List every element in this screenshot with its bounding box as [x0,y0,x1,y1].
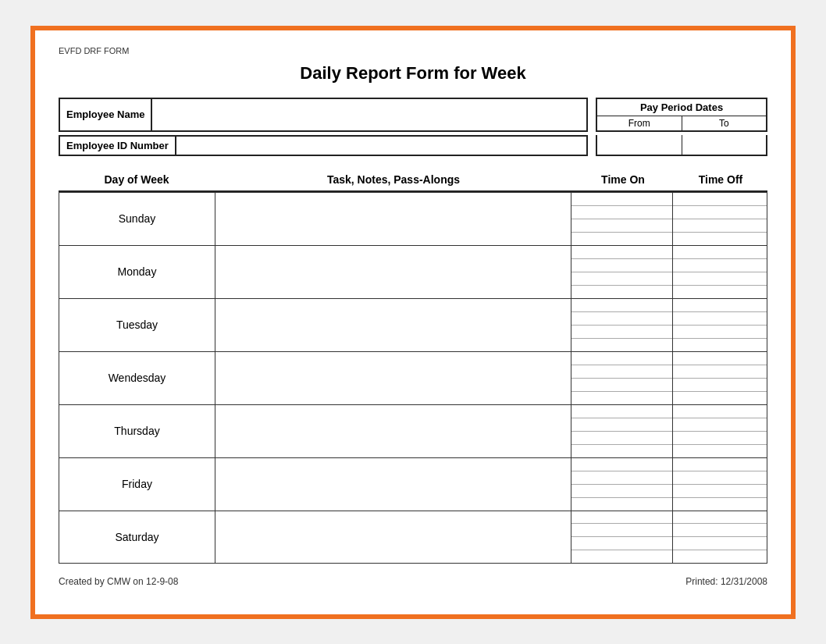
printed-date: Printed: 12/31/2008 [685,576,767,587]
timeon-line[interactable] [571,511,672,525]
timeon-line[interactable] [571,392,672,404]
timeon-line[interactable] [571,233,672,245]
timeon-line[interactable] [571,246,672,259]
timeon-line[interactable] [571,445,672,457]
timeoff-line[interactable] [673,312,767,326]
timeon-line[interactable] [571,259,672,272]
timeon-line[interactable] [571,219,672,233]
timeoff-line[interactable] [673,286,767,298]
timeoff-cell [673,193,767,245]
from-input[interactable] [596,135,682,156]
day-rows: SundayMondayTuesdayWendesdayThursdayFrid… [59,192,767,564]
timeoff-line[interactable] [673,537,767,550]
task-cell[interactable] [215,405,571,457]
employee-name-label: Employee Name [59,98,152,132]
timeoff-cell [673,511,767,563]
from-label: From [597,116,682,130]
timeon-line[interactable] [571,498,672,511]
pay-period-inputs [596,135,767,156]
timeoff-line[interactable] [673,524,767,537]
timeoff-line[interactable] [673,365,767,379]
timeon-line[interactable] [571,193,672,206]
timeon-line[interactable] [571,365,672,379]
day-name: Sunday [59,193,215,245]
timeoff-line[interactable] [673,405,767,418]
tasks-header: Task, Notes, Pass-Alongs [215,173,572,186]
form-container: EVFD DRF FORM Daily Report Form for Week… [30,26,796,619]
timeoff-line[interactable] [673,339,767,351]
timeoff-cell [673,458,767,511]
timeon-cell [571,193,673,245]
timeon-line[interactable] [571,471,672,485]
timeoff-cell [673,405,767,457]
employee-name-row: Employee Name Pay Period Dates From To [59,98,767,132]
timeoff-line[interactable] [673,418,767,432]
timeon-line[interactable] [571,272,672,286]
pay-period-container: Pay Period Dates From To [596,98,767,132]
timeon-line[interactable] [571,326,672,339]
pay-period-cols: From To [597,116,766,130]
employee-id-input[interactable] [176,135,588,156]
timeoff-line[interactable] [673,299,767,312]
timeoff-line[interactable] [673,233,767,245]
form-label: EVFD DRF FORM [59,46,767,55]
timeoff-cell [673,352,767,404]
timeon-line[interactable] [571,352,672,365]
task-cell[interactable] [215,352,571,404]
timeoff-line[interactable] [673,471,767,485]
timeoff-line[interactable] [673,219,767,233]
timeoff-line[interactable] [673,511,767,525]
timeon-line[interactable] [571,405,672,418]
timeoff-header: Time Off [674,173,767,186]
timeoff-line[interactable] [673,246,767,259]
timeoff-line[interactable] [673,259,767,272]
day-row: Tuesday [59,298,767,351]
timeoff-line[interactable] [673,445,767,457]
day-row: Monday [59,245,767,298]
to-input[interactable] [682,135,768,156]
employee-name-input[interactable] [152,98,588,132]
timeon-header: Time On [572,173,674,186]
task-cell[interactable] [215,193,571,245]
timeon-line[interactable] [571,550,672,563]
day-name: Monday [59,246,215,298]
timeon-line[interactable] [571,524,672,537]
timeoff-line[interactable] [673,458,767,471]
timeon-line[interactable] [571,418,672,432]
day-name: Thursday [59,405,215,457]
timeoff-line[interactable] [673,392,767,404]
timeon-line[interactable] [571,312,672,326]
timeoff-line[interactable] [673,498,767,511]
timeon-line[interactable] [571,339,672,351]
day-name: Friday [59,458,215,511]
timeon-line[interactable] [571,485,672,498]
column-headers: Day of Week Task, Notes, Pass-Alongs Tim… [59,170,767,192]
timeon-line[interactable] [571,432,672,445]
timeoff-line[interactable] [673,352,767,365]
task-cell[interactable] [215,299,571,351]
timeoff-line[interactable] [673,432,767,445]
timeon-line[interactable] [571,299,672,312]
task-cell[interactable] [215,511,571,563]
timeon-line[interactable] [571,379,672,392]
timeon-cell [571,405,673,457]
timeon-line[interactable] [571,458,672,471]
timeoff-line[interactable] [673,550,767,563]
day-row: Sunday [59,192,767,245]
day-row: Saturday [59,511,767,564]
timeon-line[interactable] [571,206,672,219]
task-cell[interactable] [215,458,571,511]
created-by: Created by CMW on 12-9-08 [59,576,178,587]
employee-id-label: Employee ID Number [59,135,176,156]
timeoff-line[interactable] [673,326,767,339]
timeoff-line[interactable] [673,485,767,498]
task-cell[interactable] [215,246,571,298]
timeoff-cell [673,246,767,298]
timeoff-line[interactable] [673,379,767,392]
timeon-line[interactable] [571,537,672,550]
timeoff-line[interactable] [673,193,767,206]
timeoff-line[interactable] [673,206,767,219]
timeon-line[interactable] [571,286,672,298]
to-label: To [682,116,767,130]
timeoff-line[interactable] [673,272,767,286]
